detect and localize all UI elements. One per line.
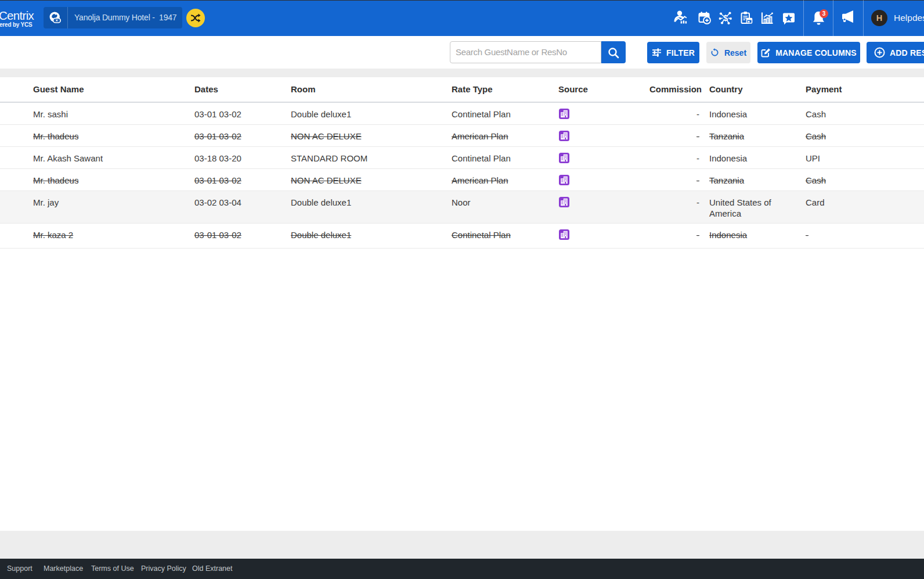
svg-text:$: $ — [723, 13, 728, 23]
